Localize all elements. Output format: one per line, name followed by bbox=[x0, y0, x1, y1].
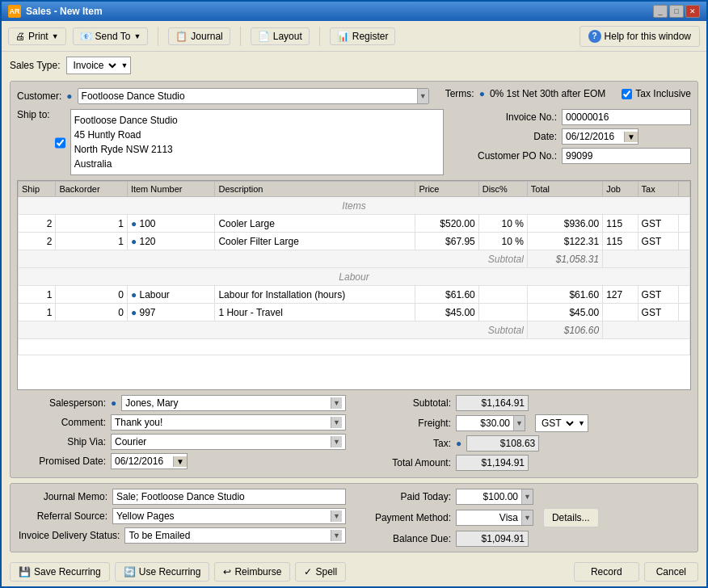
row2-job: 115 bbox=[603, 233, 638, 250]
col-tax: Tax bbox=[638, 182, 678, 197]
freight-tax-select[interactable]: GST bbox=[537, 416, 576, 430]
row4-item: ● 997 bbox=[127, 304, 215, 321]
details-button[interactable]: Details... bbox=[543, 508, 599, 527]
referral-source-dropdown-arrow[interactable]: ▼ bbox=[331, 510, 342, 522]
lower-right-section: Paid Today: ▼ Payment Method: ▼ bbox=[362, 489, 689, 547]
terms-section: Terms: ● 0% 1st Net 30th after EOM bbox=[445, 88, 606, 99]
help-icon: ? bbox=[588, 30, 601, 43]
payment-method-dropdown-arrow[interactable]: ▼ bbox=[521, 510, 533, 525]
row3-description: Labour for Installation (hours) bbox=[215, 286, 415, 304]
promised-date-input[interactable] bbox=[112, 454, 173, 468]
minimize-button[interactable]: _ bbox=[653, 5, 668, 18]
comment-input[interactable] bbox=[115, 417, 331, 428]
row2-scroll-cell bbox=[679, 233, 690, 250]
invoice-date-field: ▼ bbox=[562, 128, 638, 145]
row4-ship: 1 bbox=[19, 304, 56, 321]
delivery-status-dropdown-arrow[interactable]: ▼ bbox=[331, 530, 342, 541]
comment-dropdown-arrow[interactable]: ▼ bbox=[331, 417, 342, 428]
left-form: Salesperson: ● ▼ Comment: ▼ bbox=[17, 395, 346, 471]
invoice-date-picker[interactable]: ▼ bbox=[624, 132, 638, 142]
row2-ship: 2 bbox=[19, 233, 56, 250]
content-area: Sales Type: Invoice ▼ Customer: ● ▼ bbox=[2, 52, 706, 557]
print-icon: 🖨 bbox=[15, 31, 25, 42]
col-backorder: Backorder bbox=[56, 182, 127, 197]
delivery-status-input[interactable] bbox=[129, 530, 331, 541]
referral-source-input[interactable] bbox=[116, 510, 331, 522]
invoice-number-input[interactable] bbox=[562, 109, 691, 125]
sales-type-dropdown-icon: ▼ bbox=[119, 61, 129, 70]
row1-ship: 2 bbox=[19, 215, 56, 233]
invoice-date-row: Date: ▼ bbox=[460, 128, 691, 145]
payment-method-field: ▼ bbox=[456, 510, 533, 526]
delivery-status-input-wrapper: ▼ bbox=[124, 527, 346, 544]
address-line4: Australia bbox=[74, 157, 440, 171]
tax-inclusive-checkbox[interactable] bbox=[622, 89, 632, 99]
ship-via-input[interactable] bbox=[115, 436, 331, 447]
send-icon: 📧 bbox=[80, 31, 92, 42]
use-recurring-button[interactable]: 🔄 Use Recurring bbox=[115, 562, 210, 582]
footer-buttons: 💾 Save Recurring 🔄 Use Recurring ↩ Reimb… bbox=[2, 557, 706, 586]
use-recurring-icon: 🔄 bbox=[124, 566, 136, 578]
customer-input[interactable] bbox=[78, 89, 417, 103]
journal-button[interactable]: 📋 Journal bbox=[168, 27, 230, 45]
help-button[interactable]: ? Help for this window bbox=[579, 26, 700, 47]
invoice-po-input[interactable] bbox=[562, 148, 691, 164]
ship-to-label: Ship to: bbox=[17, 109, 50, 175]
tax-nav-arrow[interactable]: ● bbox=[456, 438, 461, 449]
terms-nav-arrow[interactable]: ● bbox=[479, 88, 485, 99]
line-items-table: Ship Backorder Item Number Description P… bbox=[18, 181, 690, 355]
col-scroll bbox=[679, 182, 690, 197]
spell-button[interactable]: ✓ Spell bbox=[295, 562, 346, 582]
register-button[interactable]: 📊 Register bbox=[330, 27, 396, 45]
row2-disc: 10 % bbox=[478, 233, 527, 250]
paid-today-label: Paid Today: bbox=[362, 491, 451, 502]
maximize-button[interactable]: □ bbox=[669, 5, 684, 18]
send-dropdown-arrow[interactable]: ▼ bbox=[133, 32, 141, 40]
reimburse-button[interactable]: ↩ Reimburse bbox=[214, 562, 290, 582]
customer-dropdown-arrow[interactable]: ▼ bbox=[417, 89, 428, 103]
table-row: 1 0 ● Labour Labour for Installation (ho… bbox=[19, 286, 690, 304]
items-subtotal-row: Subtotal $1,058.31 bbox=[19, 250, 690, 268]
paid-today-input[interactable] bbox=[457, 489, 521, 504]
col-disc: Disc% bbox=[478, 182, 527, 197]
sales-type-select-wrapper: Invoice ▼ bbox=[66, 57, 131, 74]
send-to-button[interactable]: 📧 Send To ▼ bbox=[73, 27, 149, 45]
balance-due-label: Balance Due: bbox=[362, 533, 451, 544]
payment-method-input[interactable] bbox=[457, 510, 521, 525]
layout-button[interactable]: 📄 Layout bbox=[251, 27, 310, 45]
save-recurring-button[interactable]: 💾 Save Recurring bbox=[10, 562, 110, 582]
subtotal-items-amount: $1,058.31 bbox=[527, 250, 602, 268]
promised-date-picker[interactable]: ▼ bbox=[173, 456, 187, 467]
customer-nav-arrow[interactable]: ● bbox=[66, 90, 72, 102]
row4-description: 1 Hour - Travel bbox=[215, 304, 415, 321]
print-dropdown-arrow[interactable]: ▼ bbox=[52, 32, 59, 40]
tax-label: Tax: bbox=[362, 438, 451, 449]
cancel-button[interactable]: Cancel bbox=[644, 562, 698, 582]
invoice-date-input[interactable] bbox=[563, 129, 624, 144]
main-panel: Customer: ● ▼ Terms: ● 0% 1st Net 30th a… bbox=[10, 81, 698, 478]
row1-description: Cooler Large bbox=[215, 215, 415, 233]
paid-today-dropdown-arrow[interactable]: ▼ bbox=[521, 489, 533, 504]
sales-type-select[interactable]: Invoice bbox=[68, 58, 119, 73]
journal-memo-input[interactable] bbox=[116, 491, 342, 502]
ship-via-dropdown-arrow[interactable]: ▼ bbox=[331, 436, 342, 447]
items-label: Items bbox=[19, 197, 690, 215]
record-button[interactable]: Record bbox=[574, 562, 639, 582]
row3-item: ● Labour bbox=[127, 286, 215, 304]
salesperson-dropdown-arrow[interactable]: ▼ bbox=[331, 397, 342, 409]
subtotal-labour-amount: $106.60 bbox=[527, 321, 602, 339]
separator-3 bbox=[319, 27, 320, 46]
customer-label: Customer: bbox=[17, 90, 61, 102]
close-button[interactable]: ✕ bbox=[685, 5, 700, 18]
freight-input[interactable] bbox=[457, 416, 513, 430]
labour-label: Labour bbox=[19, 268, 690, 286]
window-controls: _ □ ✕ bbox=[653, 5, 700, 18]
delivery-status-label: Invoice Delivery Status: bbox=[19, 530, 120, 541]
salesperson-nav-arrow[interactable]: ● bbox=[111, 397, 116, 409]
app-icon: AR bbox=[8, 5, 21, 18]
print-button[interactable]: 🖨 Print ▼ bbox=[8, 27, 66, 45]
freight-dropdown-arrow[interactable]: ▼ bbox=[513, 416, 525, 430]
salesperson-input[interactable] bbox=[125, 397, 331, 409]
row4-total: $45.00 bbox=[527, 304, 602, 321]
ship-to-checkbox[interactable] bbox=[55, 111, 65, 175]
